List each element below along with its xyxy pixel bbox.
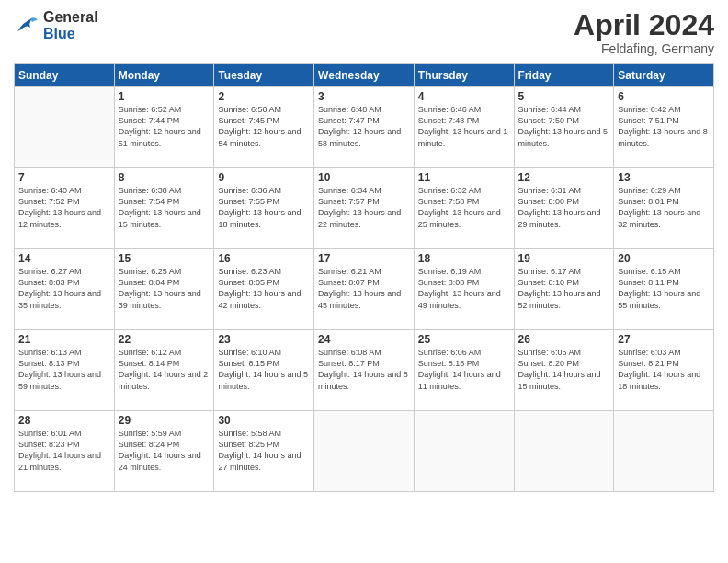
col-saturday: Saturday xyxy=(614,64,714,87)
day-info: Sunrise: 6:06 AMSunset: 8:18 PMDaylight:… xyxy=(418,347,510,392)
table-row: 15Sunrise: 6:25 AMSunset: 8:04 PMDayligh… xyxy=(114,249,214,330)
page: General Blue April 2024 Feldafing, Germa… xyxy=(0,0,728,563)
day-number: 22 xyxy=(119,333,210,346)
table-row: 9Sunrise: 6:36 AMSunset: 7:55 PMDaylight… xyxy=(214,168,314,249)
day-info: Sunrise: 6:01 AMSunset: 8:23 PMDaylight:… xyxy=(18,428,110,473)
col-sunday: Sunday xyxy=(15,64,115,87)
table-row: 12Sunrise: 6:31 AMSunset: 8:00 PMDayligh… xyxy=(514,168,614,249)
table-row: 25Sunrise: 6:06 AMSunset: 8:18 PMDayligh… xyxy=(414,330,514,411)
table-row xyxy=(414,411,514,492)
day-number: 27 xyxy=(618,333,710,346)
logo-general: General xyxy=(43,9,98,26)
table-row: 4Sunrise: 6:46 AMSunset: 7:48 PMDaylight… xyxy=(414,87,514,168)
location: Feldafing, Germany xyxy=(574,41,714,56)
table-row: 6Sunrise: 6:42 AMSunset: 7:51 PMDaylight… xyxy=(614,87,714,168)
col-friday: Friday xyxy=(514,64,614,87)
day-number: 21 xyxy=(18,333,110,346)
day-number: 2 xyxy=(218,90,310,103)
table-row: 14Sunrise: 6:27 AMSunset: 8:03 PMDayligh… xyxy=(15,249,115,330)
day-info: Sunrise: 6:42 AMSunset: 7:51 PMDaylight:… xyxy=(618,104,710,149)
table-row: 11Sunrise: 6:32 AMSunset: 7:58 PMDayligh… xyxy=(414,168,514,249)
day-info: Sunrise: 6:13 AMSunset: 8:13 PMDaylight:… xyxy=(18,347,110,392)
day-info: Sunrise: 6:27 AMSunset: 8:03 PMDaylight:… xyxy=(18,266,110,311)
day-number: 30 xyxy=(218,414,310,427)
table-row: 26Sunrise: 6:05 AMSunset: 8:20 PMDayligh… xyxy=(514,330,614,411)
table-row: 19Sunrise: 6:17 AMSunset: 8:10 PMDayligh… xyxy=(514,249,614,330)
day-number: 6 xyxy=(618,90,710,103)
day-info: Sunrise: 6:17 AMSunset: 8:10 PMDaylight:… xyxy=(518,266,610,311)
day-info: Sunrise: 6:10 AMSunset: 8:15 PMDaylight:… xyxy=(218,347,310,392)
day-number: 18 xyxy=(418,252,510,265)
col-monday: Monday xyxy=(114,64,214,87)
table-row xyxy=(614,411,714,492)
table-row: 30Sunrise: 5:58 AMSunset: 8:25 PMDayligh… xyxy=(214,411,314,492)
table-row: 20Sunrise: 6:15 AMSunset: 8:11 PMDayligh… xyxy=(614,249,714,330)
day-number: 17 xyxy=(318,252,410,265)
table-row: 8Sunrise: 6:38 AMSunset: 7:54 PMDaylight… xyxy=(114,168,214,249)
calendar-header-row: Sunday Monday Tuesday Wednesday Thursday… xyxy=(15,64,714,87)
day-info: Sunrise: 6:31 AMSunset: 8:00 PMDaylight:… xyxy=(518,185,610,230)
table-row: 2Sunrise: 6:50 AMSunset: 7:45 PMDaylight… xyxy=(214,87,314,168)
table-row: 27Sunrise: 6:03 AMSunset: 8:21 PMDayligh… xyxy=(614,330,714,411)
table-row: 16Sunrise: 6:23 AMSunset: 8:05 PMDayligh… xyxy=(214,249,314,330)
day-number: 19 xyxy=(518,252,610,265)
day-info: Sunrise: 6:36 AMSunset: 7:55 PMDaylight:… xyxy=(218,185,310,230)
table-row: 17Sunrise: 6:21 AMSunset: 8:07 PMDayligh… xyxy=(314,249,415,330)
day-number: 5 xyxy=(518,90,610,103)
table-row: 10Sunrise: 6:34 AMSunset: 7:57 PMDayligh… xyxy=(314,168,415,249)
day-info: Sunrise: 6:50 AMSunset: 7:45 PMDaylight:… xyxy=(218,104,310,149)
day-info: Sunrise: 6:12 AMSunset: 8:14 PMDaylight:… xyxy=(119,347,210,392)
table-row: 22Sunrise: 6:12 AMSunset: 8:14 PMDayligh… xyxy=(114,330,214,411)
table-row: 5Sunrise: 6:44 AMSunset: 7:50 PMDaylight… xyxy=(514,87,614,168)
table-row: 24Sunrise: 6:08 AMSunset: 8:17 PMDayligh… xyxy=(314,330,415,411)
day-number: 20 xyxy=(618,252,710,265)
logo: General Blue xyxy=(14,9,98,41)
calendar-week-row: 1Sunrise: 6:52 AMSunset: 7:44 PMDaylight… xyxy=(15,87,714,168)
day-info: Sunrise: 6:32 AMSunset: 7:58 PMDaylight:… xyxy=(418,185,510,230)
calendar: Sunday Monday Tuesday Wednesday Thursday… xyxy=(14,63,714,492)
day-number: 25 xyxy=(418,333,510,346)
day-info: Sunrise: 6:38 AMSunset: 7:54 PMDaylight:… xyxy=(119,185,210,230)
day-info: Sunrise: 6:19 AMSunset: 8:08 PMDaylight:… xyxy=(418,266,510,311)
day-number: 23 xyxy=(218,333,310,346)
title-area: April 2024 Feldafing, Germany xyxy=(574,9,714,56)
day-number: 16 xyxy=(218,252,310,265)
day-info: Sunrise: 6:08 AMSunset: 8:17 PMDaylight:… xyxy=(318,347,410,392)
day-info: Sunrise: 6:21 AMSunset: 8:07 PMDaylight:… xyxy=(318,266,410,311)
table-row: 23Sunrise: 6:10 AMSunset: 8:15 PMDayligh… xyxy=(214,330,314,411)
header: General Blue April 2024 Feldafing, Germa… xyxy=(14,9,714,56)
day-number: 11 xyxy=(418,171,510,184)
day-number: 26 xyxy=(518,333,610,346)
day-info: Sunrise: 6:29 AMSunset: 8:01 PMDaylight:… xyxy=(618,185,710,230)
col-wednesday: Wednesday xyxy=(314,64,415,87)
day-number: 13 xyxy=(618,171,710,184)
calendar-week-row: 14Sunrise: 6:27 AMSunset: 8:03 PMDayligh… xyxy=(15,249,714,330)
day-info: Sunrise: 6:48 AMSunset: 7:47 PMDaylight:… xyxy=(318,104,410,149)
table-row: 21Sunrise: 6:13 AMSunset: 8:13 PMDayligh… xyxy=(15,330,115,411)
day-number: 3 xyxy=(318,90,410,103)
day-number: 15 xyxy=(119,252,210,265)
day-number: 10 xyxy=(318,171,410,184)
day-info: Sunrise: 6:25 AMSunset: 8:04 PMDaylight:… xyxy=(119,266,210,311)
table-row: 7Sunrise: 6:40 AMSunset: 7:52 PMDaylight… xyxy=(15,168,115,249)
day-info: Sunrise: 6:46 AMSunset: 7:48 PMDaylight:… xyxy=(418,104,510,149)
day-number: 1 xyxy=(119,90,210,103)
day-number: 12 xyxy=(518,171,610,184)
day-info: Sunrise: 6:52 AMSunset: 7:44 PMDaylight:… xyxy=(119,104,210,149)
day-number: 9 xyxy=(218,171,310,184)
day-number: 4 xyxy=(418,90,510,103)
logo-blue: Blue xyxy=(43,26,98,42)
table-row xyxy=(15,87,115,168)
table-row: 1Sunrise: 6:52 AMSunset: 7:44 PMDaylight… xyxy=(114,87,214,168)
day-number: 29 xyxy=(119,414,210,427)
calendar-week-row: 21Sunrise: 6:13 AMSunset: 8:13 PMDayligh… xyxy=(15,330,714,411)
day-info: Sunrise: 6:40 AMSunset: 7:52 PMDaylight:… xyxy=(18,185,110,230)
day-info: Sunrise: 6:23 AMSunset: 8:05 PMDaylight:… xyxy=(218,266,310,311)
day-number: 28 xyxy=(18,414,110,427)
table-row: 13Sunrise: 6:29 AMSunset: 8:01 PMDayligh… xyxy=(614,168,714,249)
calendar-week-row: 28Sunrise: 6:01 AMSunset: 8:23 PMDayligh… xyxy=(15,411,714,492)
logo-text: General Blue xyxy=(43,9,98,41)
table-row: 18Sunrise: 6:19 AMSunset: 8:08 PMDayligh… xyxy=(414,249,514,330)
day-info: Sunrise: 6:15 AMSunset: 8:11 PMDaylight:… xyxy=(618,266,710,311)
col-tuesday: Tuesday xyxy=(214,64,314,87)
